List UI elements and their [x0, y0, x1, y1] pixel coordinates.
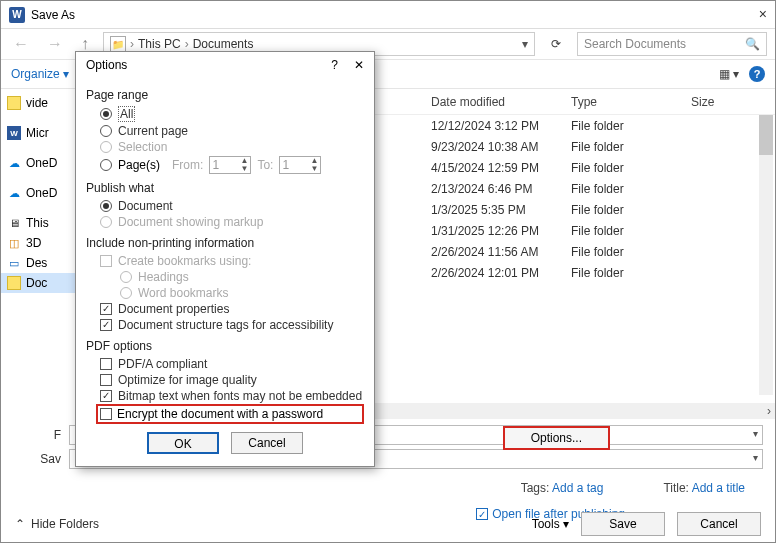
section-publish-what: Publish what: [86, 181, 364, 195]
radio-current-page[interactable]: Current page: [86, 123, 364, 139]
scrollbar-v[interactable]: [759, 115, 773, 395]
scroll-thumb[interactable]: [759, 115, 773, 155]
check-encrypt[interactable]: Encrypt the document with a password: [117, 407, 323, 421]
scroll-right-icon[interactable]: ›: [767, 404, 771, 418]
options-button[interactable]: Options...: [503, 426, 610, 450]
radio-icon: [100, 141, 112, 153]
meta-row: Tags: Add a tag Title: Add a title: [1, 475, 775, 501]
organize-button[interactable]: Organize ▾: [11, 67, 69, 81]
col-type[interactable]: Type: [571, 95, 691, 109]
onedrive-icon: ☁: [7, 186, 21, 200]
radio-doc-markup: Document showing markup: [86, 214, 364, 230]
check-doc-struct[interactable]: ✓Document structure tags for accessibili…: [86, 317, 364, 333]
folder-icon: [7, 96, 21, 110]
check-pdfa[interactable]: PDF/A compliant: [86, 356, 364, 372]
path-sep: ›: [185, 37, 189, 51]
spin-icon[interactable]: ▲▼: [310, 157, 318, 173]
refresh-icon[interactable]: ⟳: [545, 33, 567, 55]
view-icon[interactable]: ▦ ▾: [719, 67, 739, 81]
cancel-button[interactable]: Cancel: [231, 432, 303, 454]
help-icon[interactable]: ?: [749, 66, 765, 82]
chevron-down-icon[interactable]: ▾: [753, 452, 758, 463]
desktop-icon: ▭: [7, 256, 21, 270]
folder-icon: 📁: [110, 36, 126, 52]
cancel-button[interactable]: Cancel: [677, 512, 761, 536]
search-placeholder: Search Documents: [584, 37, 686, 51]
radio-icon: [100, 200, 112, 212]
radio-selection: Selection: [86, 139, 364, 155]
dialog-title: Options: [86, 58, 127, 72]
checkbox-icon: [100, 358, 112, 370]
spin-icon[interactable]: ▲▼: [240, 157, 248, 173]
onedrive-icon: ☁: [7, 156, 21, 170]
radio-all[interactable]: All: [86, 105, 364, 123]
options-dialog: Options ? ✕ Page range All Current page …: [75, 51, 375, 467]
dialog-titlebar: Options ? ✕: [76, 52, 374, 78]
chevron-up-icon[interactable]: ⌃: [15, 517, 25, 531]
footer: ⌃ Hide Folders Tools ▾ Save Cancel: [1, 512, 775, 536]
radio-word-bookmarks: Word bookmarks: [86, 285, 364, 301]
check-bitmap-text[interactable]: ✓Bitmap text when fonts may not be embed…: [86, 388, 364, 404]
word-icon: W: [9, 7, 25, 23]
check-doc-props[interactable]: ✓Document properties: [86, 301, 364, 317]
title-bar: W Save As ×: [1, 1, 775, 29]
path-sep: ›: [130, 37, 134, 51]
help-icon[interactable]: ?: [331, 58, 338, 72]
checkbox-icon: [100, 255, 112, 267]
cube-icon: ◫: [7, 236, 21, 250]
title-label: Title:: [663, 481, 689, 495]
title-link[interactable]: Add a title: [692, 481, 745, 495]
filename-label: F: [13, 428, 61, 442]
from-input[interactable]: 1▲▼: [209, 156, 251, 174]
checkbox-icon[interactable]: [100, 408, 112, 420]
from-label: From:: [172, 158, 203, 172]
checkbox-icon: [100, 374, 112, 386]
ok-button[interactable]: OK: [147, 432, 219, 454]
radio-icon: [120, 287, 132, 299]
section-page-range: Page range: [86, 88, 364, 102]
forward-icon[interactable]: →: [43, 35, 67, 53]
tags-link[interactable]: Add a tag: [552, 481, 603, 495]
radio-icon: [120, 271, 132, 283]
close-icon[interactable]: ×: [759, 6, 767, 22]
radio-headings: Headings: [86, 269, 364, 285]
path-segment-pc[interactable]: This PC: [138, 37, 181, 51]
path-segment-docs[interactable]: Documents: [193, 37, 254, 51]
radio-icon: [100, 125, 112, 137]
pc-icon: 🖥: [7, 216, 21, 230]
check-bookmarks: Create bookmarks using:: [86, 253, 364, 269]
path-chevron-icon[interactable]: ▾: [522, 37, 528, 51]
hide-folders-button[interactable]: Hide Folders: [31, 517, 99, 531]
search-icon: 🔍: [745, 37, 760, 51]
radio-icon: [100, 159, 112, 171]
chevron-down-icon: ▾: [563, 517, 569, 531]
chevron-down-icon[interactable]: ▾: [753, 428, 758, 439]
tools-menu[interactable]: Tools ▾: [532, 517, 569, 531]
radio-pages[interactable]: Page(s) From: 1▲▼ To: 1▲▼: [86, 155, 364, 175]
search-input[interactable]: Search Documents 🔍: [577, 32, 767, 56]
check-encrypt-highlight: Encrypt the document with a password: [96, 404, 364, 424]
radio-document[interactable]: Document: [86, 198, 364, 214]
col-date[interactable]: Date modified: [431, 95, 571, 109]
close-icon[interactable]: ✕: [354, 58, 364, 72]
section-include-np: Include non-printing information: [86, 236, 364, 250]
radio-icon: [100, 216, 112, 228]
checkbox-icon: ✓: [100, 319, 112, 331]
save-button[interactable]: Save: [581, 512, 665, 536]
tags-label: Tags:: [521, 481, 550, 495]
to-label: To:: [257, 158, 273, 172]
back-icon[interactable]: ←: [9, 35, 33, 53]
folder-icon: [7, 276, 21, 290]
checkbox-icon: ✓: [100, 390, 112, 402]
savetype-label: Sav: [13, 452, 61, 466]
check-optimize-image[interactable]: Optimize for image quality: [86, 372, 364, 388]
window-title: Save As: [31, 8, 75, 22]
radio-icon: [100, 108, 112, 120]
section-pdf-options: PDF options: [86, 339, 364, 353]
to-input[interactable]: 1▲▼: [279, 156, 321, 174]
word-icon: W: [7, 126, 21, 140]
checkbox-icon: ✓: [100, 303, 112, 315]
col-size[interactable]: Size: [691, 95, 775, 109]
